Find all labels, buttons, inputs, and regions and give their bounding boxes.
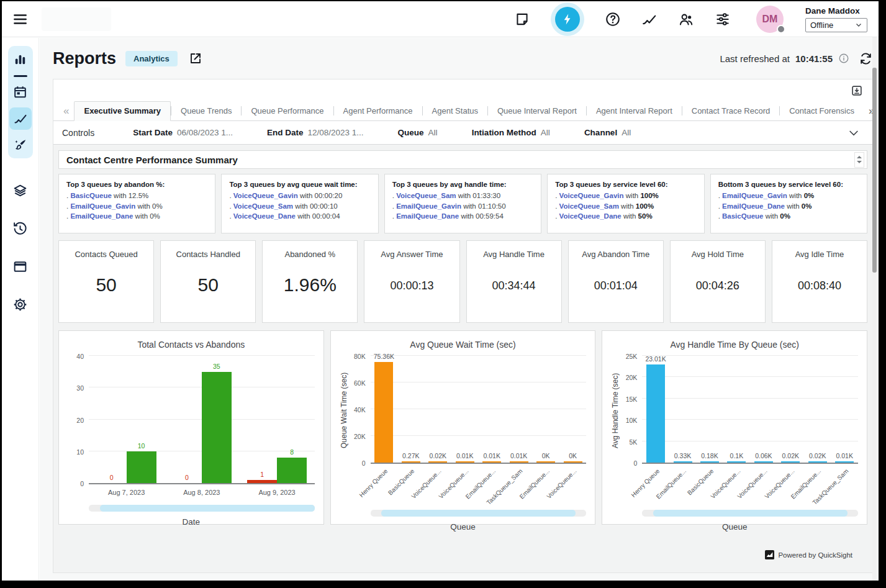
chart-scrollbar[interactable]	[642, 510, 858, 517]
menu-icon[interactable]	[12, 11, 28, 27]
line-chart-icon[interactable]	[9, 107, 32, 130]
gridline	[642, 355, 858, 356]
filter-end-date[interactable]: End Date12/08/2023 1...	[267, 128, 364, 137]
bar-group: 23.01K	[642, 357, 669, 463]
download-icon[interactable]	[850, 84, 864, 97]
queue-link[interactable]: VoiceQueue_Sam	[233, 202, 293, 210]
insight-value: 0%	[804, 192, 815, 199]
bar-unit: 0K	[536, 452, 555, 463]
bar-value-label: 8	[290, 448, 294, 456]
queue-link[interactable]: EmailQueue_Dane	[722, 202, 785, 210]
page-scrollbar-thumb[interactable]	[872, 68, 877, 273]
kpi-card-avg-handle-time: Avg Handle Time00:34:44	[466, 240, 562, 323]
tab-queue-trends[interactable]: Queue Trends	[171, 102, 241, 120]
scroll-up-icon[interactable]	[857, 156, 862, 158]
chart-scrollbar-thumb[interactable]	[653, 510, 848, 517]
insight-value: 0%	[150, 212, 160, 220]
queue-link[interactable]: EmailQueue_Gavin	[396, 202, 461, 210]
notes-icon[interactable]	[514, 11, 530, 27]
page-scrollbar[interactable]	[872, 2, 877, 581]
controls-bar[interactable]: Controls Start Date06/08/2023 1...End Da…	[53, 121, 872, 145]
scroll-down-icon[interactable]	[857, 161, 862, 163]
filter-start-date[interactable]: Start Date06/08/2023 1...	[133, 128, 233, 137]
insight-connector: with	[622, 212, 638, 220]
tab-agent-status[interactable]: Agent Status	[423, 102, 487, 120]
app: DM Dane Maddox Offline	[2, 1, 879, 581]
external-link-icon[interactable]	[188, 51, 203, 66]
tabs-scroll-left-icon[interactable]: «	[58, 105, 74, 120]
calendar-icon[interactable]	[12, 84, 28, 100]
bar	[277, 458, 307, 483]
chart-scrollbar[interactable]	[371, 510, 587, 517]
queue-link[interactable]: BasicQueue	[70, 192, 111, 199]
bar-unit: 0.27K	[402, 452, 420, 463]
queue-link[interactable]: VoiceQueue_Sam	[396, 192, 456, 199]
insight-value: 0%	[780, 212, 790, 220]
kpi-value: 50	[59, 274, 153, 296]
filter-queue[interactable]: QueueAll	[398, 128, 438, 137]
bar-value-label: 0.18K	[701, 452, 718, 459]
queue-link[interactable]: EmailQueue_Dane	[396, 212, 459, 220]
topbar-actions: DM Dane Maddox Offline	[514, 6, 867, 33]
queue-link[interactable]: EmailQueue_Gavin	[722, 192, 787, 199]
plot-area: 75.36K0.27K0.02K0.01K0.01K0.01K0K0K	[371, 357, 587, 464]
flash-icon[interactable]	[555, 7, 580, 32]
queue-link[interactable]: VoiceQueue_Dane	[233, 212, 296, 220]
queue-link[interactable]: VoiceQueue_Gavin	[233, 192, 298, 199]
sliders-icon[interactable]	[715, 11, 731, 27]
tab-queue-performance[interactable]: Queue Performance	[242, 102, 333, 120]
gear-icon[interactable]	[12, 297, 28, 312]
y-tick: 0	[634, 459, 638, 467]
summary-scroll-arrows[interactable]	[854, 152, 864, 168]
layers-icon[interactable]	[12, 183, 28, 199]
refresh-area: Last refreshed at 10:41:55	[720, 52, 873, 66]
bar-value-label: 0.01K	[456, 452, 473, 459]
queue-link[interactable]: VoiceQueue_Dane	[559, 212, 622, 220]
window-icon[interactable]	[12, 259, 28, 274]
tab-executive-summary[interactable]: Executive Summary	[74, 101, 171, 121]
queue-link[interactable]: VoiceQueue_Sam	[559, 202, 619, 210]
status-select[interactable]: Offline	[805, 18, 867, 32]
help-icon[interactable]	[605, 11, 621, 27]
status-value: Offline	[810, 20, 833, 30]
insights-row: Top 3 queues by abandon %:. BasicQueue w…	[58, 174, 867, 233]
bar	[374, 362, 393, 463]
queue-link[interactable]: VoiceQueue_Gavin	[559, 192, 624, 199]
queue-link[interactable]: EmailQueue_Dane	[70, 212, 133, 220]
bar-group: 0K	[559, 357, 586, 463]
insight-item: . BasicQueue with 12.5%	[66, 191, 207, 201]
kpi-label: Avg Handle Time	[467, 250, 561, 259]
bar-chart-icon[interactable]	[12, 52, 28, 68]
avatar[interactable]: DM	[756, 6, 784, 33]
paintbrush-icon[interactable]	[12, 137, 28, 153]
chart-scrollbar-thumb[interactable]	[381, 510, 576, 517]
bar-unit: 75.36K	[374, 353, 394, 463]
controls-chevron-down-icon[interactable]	[848, 127, 860, 139]
metrics-icon[interactable]	[641, 11, 658, 27]
tab-queue-interval-report[interactable]: Queue Interval Report	[488, 102, 586, 120]
filter-channel[interactable]: ChannelAll	[584, 128, 631, 137]
history-icon[interactable]	[12, 221, 28, 237]
chart-scrollbar-thumb[interactable]	[100, 505, 315, 512]
queue-link[interactable]: BasicQueue	[722, 212, 763, 220]
bar-groups: 75.36K0.27K0.02K0.01K0.01K0.01K0K0K	[371, 357, 587, 463]
chart-scrollbar[interactable]	[89, 505, 315, 512]
tab-agent-performance[interactable]: Agent Performance	[334, 102, 422, 120]
insight-item: . BasicQueue with 0%	[718, 211, 859, 222]
y-tick: 10K	[626, 417, 638, 424]
bar	[127, 451, 156, 483]
insight-value: 00:59:54	[476, 212, 504, 220]
insight-item: . VoiceQueue_Sam with 100%	[555, 201, 696, 212]
queue-link[interactable]: EmailQueue_Gavin	[70, 202, 135, 210]
tab-agent-interval-report[interactable]: Agent Interval Report	[587, 102, 682, 120]
users-icon[interactable]	[678, 11, 694, 27]
insight-value: 00:00:04	[312, 212, 340, 220]
bar-value-label: 0.01K	[510, 452, 527, 459]
refresh-icon[interactable]	[859, 52, 873, 66]
filter-intiation-method[interactable]: Intiation MethodAll	[472, 128, 550, 137]
tab-contact-trace-record[interactable]: Contact Trace Record	[682, 102, 779, 120]
controls-label: Controls	[62, 128, 94, 138]
kpi-label: Avg Abandon Time	[569, 250, 663, 259]
tab-contact-forensics[interactable]: Contact Forensics	[780, 102, 864, 120]
bar-value-label: 10	[138, 442, 145, 450]
